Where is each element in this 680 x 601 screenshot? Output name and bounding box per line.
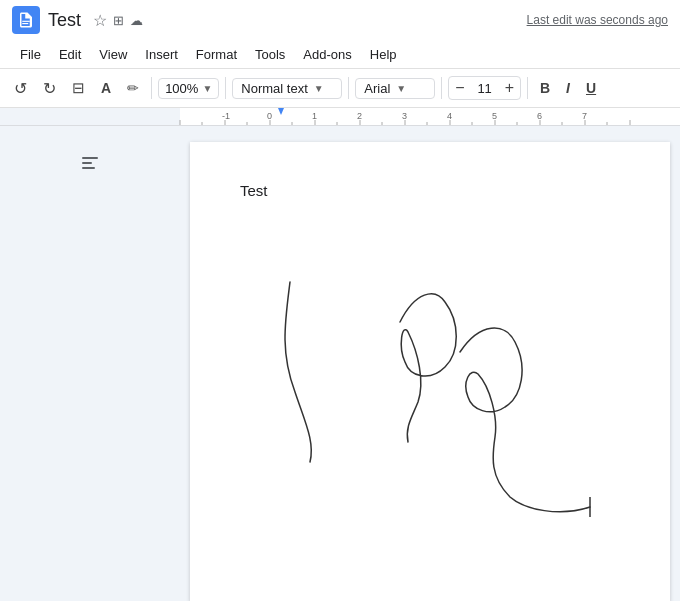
- undo-button[interactable]: ↺: [8, 75, 33, 102]
- redo-button[interactable]: ↻: [37, 75, 62, 102]
- font-select[interactable]: Arial ▼: [355, 78, 435, 99]
- nav-outline-icon[interactable]: [72, 146, 108, 182]
- ruler-canvas: [0, 108, 680, 126]
- doc-drawing: [250, 202, 630, 542]
- menu-tools[interactable]: Tools: [247, 43, 293, 66]
- menu-help[interactable]: Help: [362, 43, 405, 66]
- menu-bar: File Edit View Insert Format Tools Add-o…: [0, 40, 680, 68]
- italic-button[interactable]: I: [560, 77, 576, 99]
- bookmark-icon[interactable]: ⊞: [113, 13, 124, 28]
- main-area: Test: [0, 126, 680, 601]
- doc-paragraph: Test: [240, 182, 620, 199]
- menu-addons[interactable]: Add-ons: [295, 43, 359, 66]
- doc-title: Test: [48, 10, 81, 31]
- toolbar: ↺ ↻ ⊟ A ✏ 100% ▼ Normal text ▼ Arial ▼ −…: [0, 68, 680, 108]
- svg-rect-1: [22, 23, 28, 24]
- app-icon: [12, 6, 40, 34]
- zoom-value: 100%: [165, 81, 198, 96]
- cloud-icon[interactable]: ☁: [130, 13, 143, 28]
- separator-5: [527, 77, 528, 99]
- title-bar: Test ☆ ⊞ ☁ Last edit was seconds ago: [0, 0, 680, 40]
- font-size-control: − 11 +: [448, 76, 521, 100]
- svg-rect-4: [82, 167, 95, 169]
- paint-button[interactable]: ✏: [121, 76, 145, 100]
- svg-rect-0: [22, 21, 30, 22]
- font-size-decrease[interactable]: −: [449, 77, 470, 99]
- separator-3: [348, 77, 349, 99]
- separator-1: [151, 77, 152, 99]
- svg-rect-3: [82, 162, 92, 164]
- spellcheck-button[interactable]: A: [95, 76, 117, 100]
- print-button[interactable]: ⊟: [66, 75, 91, 101]
- doc-page: Test: [190, 142, 670, 601]
- zoom-select[interactable]: 100% ▼: [158, 78, 219, 99]
- font-chevron: ▼: [396, 83, 406, 94]
- menu-edit[interactable]: Edit: [51, 43, 89, 66]
- menu-format[interactable]: Format: [188, 43, 245, 66]
- title-icons: ☆ ⊞ ☁: [93, 11, 143, 30]
- doc-area: Test: [180, 126, 680, 601]
- underline-button[interactable]: U: [580, 77, 602, 99]
- star-icon[interactable]: ☆: [93, 11, 107, 30]
- style-select[interactable]: Normal text ▼: [232, 78, 342, 99]
- separator-2: [225, 77, 226, 99]
- ruler: [0, 108, 680, 126]
- zoom-chevron: ▼: [202, 83, 212, 94]
- bold-button[interactable]: B: [534, 77, 556, 99]
- font-size-increase[interactable]: +: [499, 77, 520, 99]
- menu-view[interactable]: View: [91, 43, 135, 66]
- style-chevron: ▼: [314, 83, 324, 94]
- svg-rect-2: [82, 157, 98, 159]
- menu-file[interactable]: File: [12, 43, 49, 66]
- menu-insert[interactable]: Insert: [137, 43, 186, 66]
- last-edit-text[interactable]: Last edit was seconds ago: [527, 13, 668, 27]
- font-value: Arial: [364, 81, 390, 96]
- separator-4: [441, 77, 442, 99]
- font-size-value: 11: [471, 79, 499, 98]
- sidebar: [0, 126, 180, 601]
- style-value: Normal text: [241, 81, 307, 96]
